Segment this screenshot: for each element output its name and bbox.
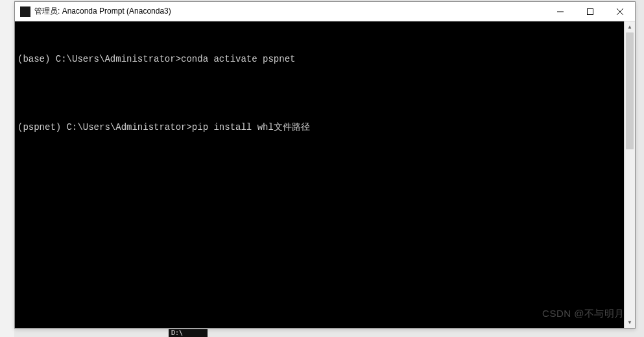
minimize-button[interactable] xyxy=(545,2,575,21)
maximize-icon xyxy=(587,8,593,15)
terminal-app-icon xyxy=(20,6,30,17)
window-controls xyxy=(545,2,635,21)
terminal-output[interactable]: (base) C:\Users\Administrator>conda acti… xyxy=(15,21,624,328)
terminal-window: 管理员: Anaconda Prompt (Anaconda3) (base) … xyxy=(14,1,636,329)
taskbar-fragment: D:\ xyxy=(169,329,208,337)
window-title: 管理员: Anaconda Prompt (Anaconda3) xyxy=(34,6,545,17)
maximize-button[interactable] xyxy=(575,2,605,21)
scrollbar-thumb[interactable] xyxy=(626,32,634,149)
scroll-up-arrow-icon[interactable]: ▲ xyxy=(625,21,635,32)
minimize-icon xyxy=(557,8,564,15)
background-sliver xyxy=(0,0,14,337)
titlebar[interactable]: 管理员: Anaconda Prompt (Anaconda3) xyxy=(15,2,635,21)
terminal-line: (pspnet) C:\Users\Administrator>pip inst… xyxy=(18,121,621,134)
close-icon xyxy=(617,8,623,15)
client-area: (base) C:\Users\Administrator>conda acti… xyxy=(15,21,635,328)
svg-rect-1 xyxy=(588,8,593,14)
close-button[interactable] xyxy=(605,2,635,21)
terminal-line: (base) C:\Users\Administrator>conda acti… xyxy=(18,53,621,66)
scroll-down-arrow-icon[interactable]: ▼ xyxy=(625,317,635,328)
vertical-scrollbar[interactable]: ▲ ▼ xyxy=(624,21,635,328)
